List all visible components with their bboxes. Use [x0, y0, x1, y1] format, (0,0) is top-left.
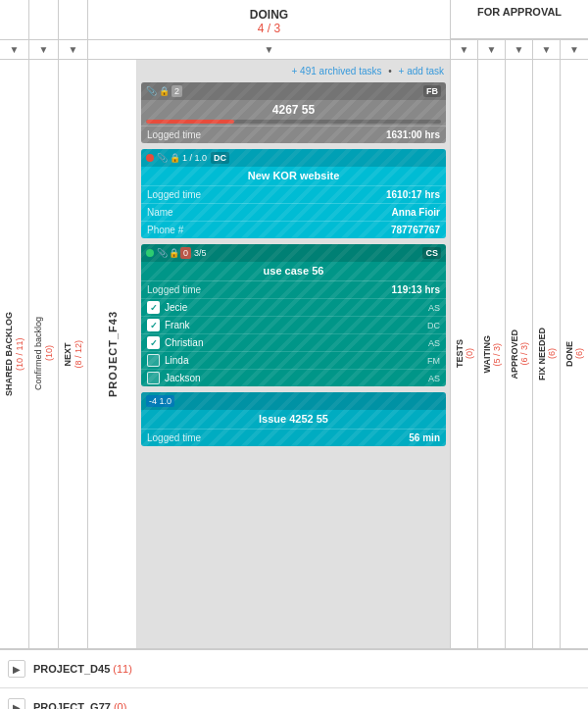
doing-main-area: PROJECT_F43 + 491 archived tasks • + add… [88, 60, 451, 648]
assignee-2-code: DC [427, 321, 440, 330]
assignee-4-name: Linda [165, 355, 427, 366]
approved-chevron[interactable]: ▼ [506, 40, 533, 59]
task4-title: Issue 4252 55 [259, 413, 328, 425]
task2-title-row: New KOR website [141, 167, 446, 185]
task2-title: New KOR website [248, 170, 340, 181]
project-name: PROJECT_F43 [107, 311, 119, 397]
bottom-project-row-2: ▶ PROJECT_G77 (0) [0, 688, 588, 709]
task3-id: 3/5 [194, 248, 422, 258]
task3-log-value: 119:13 hrs [392, 284, 440, 295]
approved-count: (6 / 3) [519, 329, 529, 380]
next-chevron[interactable]: ▼ [59, 40, 88, 59]
tests-chevron[interactable]: ▼ [451, 40, 478, 59]
done-label: DONE [564, 341, 574, 367]
archived-tasks-text[interactable]: + 491 archived tasks [292, 66, 382, 76]
project-d45-count: (11) [113, 663, 132, 675]
assignee-5-checkbox[interactable] [147, 372, 160, 384]
waiting-chevron[interactable]: ▼ [478, 40, 506, 59]
confirmed-backlog-col: Confirmed backlog (10) [29, 60, 59, 648]
task1-title-row: 4267 55 [141, 100, 446, 118]
confirmed-backlog-count: (10) [44, 317, 55, 390]
expand-project-d45[interactable]: ▶ [8, 660, 25, 678]
assignee-1-code: AS [428, 303, 440, 313]
fixneeded-col: FIX NEEDED (6) [533, 60, 561, 648]
task2-log-value: 1610:17 hrs [386, 189, 440, 200]
for-approval-title: FOR APPROVAL [453, 6, 586, 19]
project-name-col: PROJECT_F43 [88, 60, 137, 648]
task1-title: 4267 55 [272, 103, 315, 117]
project-g77-name: PROJECT_G77 [33, 701, 111, 709]
doing-title: DOING [92, 8, 446, 22]
assignee-1-name: Jecie [165, 302, 428, 313]
task3-title-row: use case 56 [141, 262, 446, 280]
task3-log-label: Logged time [147, 284, 201, 295]
task4-log-row: Logged time 56 min [141, 429, 446, 446]
next-count: (8 / 12) [74, 340, 84, 369]
doing-chevron[interactable]: ▼ [88, 40, 451, 59]
task2-header: 📎 🔒 1 / 1.0 DC [141, 149, 446, 167]
task4-title-row: Issue 4252 55 [141, 410, 446, 429]
fixneeded-count: (6) [547, 328, 557, 380]
assignee-5-name: Jackson [165, 373, 428, 383]
task4-id: -4 1.0 [146, 395, 174, 407]
header-row: DOING 4 / 3 FOR APPROVAL [0, 0, 588, 40]
task3-badge: 0 [180, 247, 191, 259]
task3-header: 📎 🔒 0 3/5 CS [141, 244, 446, 262]
task3-assignee: CS [422, 247, 441, 259]
shared-backlog-label: SHARED BACKLOG [4, 312, 14, 396]
doing-count: 4 / 3 [92, 22, 446, 35]
task4-log-label: Logged time [147, 432, 201, 443]
done-col: DONE (6) [561, 60, 588, 648]
assignee-row-2: Frank DC [141, 316, 446, 333]
task2-phone-value: 787767767 [391, 225, 440, 235]
shared-backlog-col: SHARED BACKLOG (10 / 11) [0, 60, 29, 648]
assignee-row-5: Jackson AS [141, 369, 446, 386]
kanban-board: DOING 4 / 3 FOR APPROVAL ▼ ▼ ▼ ▼ ▼ ▼ ▼ [0, 0, 588, 709]
task4-log-value: 56 min [409, 432, 440, 443]
assignee-row-4: Linda FM [141, 351, 446, 369]
task1-assignee: FB [423, 85, 441, 97]
expand-project-g77[interactable]: ▶ [8, 698, 25, 709]
task2-assignee: DC [211, 152, 229, 164]
task1-log-value: 1631:00 hrs [386, 129, 440, 140]
project-content: PROJECT_F43 + 491 archived tasks • + add… [88, 60, 450, 648]
task-card-2[interactable]: 📎 🔒 1 / 1.0 DC New KOR website Logged ti… [141, 149, 446, 238]
sub-header-row: ▼ ▼ ▼ ▼ ▼ ▼ ▼ ▼ ▼ [0, 40, 588, 60]
task-card-3[interactable]: 📎 🔒 0 3/5 CS use case 56 Logged time 119… [141, 244, 446, 386]
doing-header: DOING 4 / 3 [88, 0, 451, 39]
task3-title: use case 56 [264, 265, 324, 277]
assignee-4-code: FM [427, 356, 440, 366]
assignee-3-code: AS [428, 338, 440, 348]
task3-log-row: Logged time 119:13 hrs [141, 280, 446, 298]
task-card-1[interactable]: 📎 🔒 2 FB 4267 55 Log [141, 82, 446, 143]
assignee-3-name: Christian [165, 337, 428, 348]
confirmed-backlog-label: Confirmed backlog [33, 317, 43, 390]
task2-log-label: Logged time [147, 189, 201, 200]
task1-header: 📎 🔒 2 FB [141, 82, 446, 100]
task-card-4[interactable]: -4 1.0 Issue 4252 55 Logged time 56 min [141, 392, 446, 446]
task1-badge: 2 [172, 85, 182, 97]
add-task-btn[interactable]: + add task [399, 66, 444, 76]
done-chevron[interactable]: ▼ [561, 40, 588, 59]
next-label: NEXT [63, 342, 73, 366]
tests-count: (0) [465, 339, 474, 368]
archived-tasks-row: + 491 archived tasks • + add task [141, 64, 446, 78]
task4-header: -4 1.0 [141, 392, 446, 410]
cards-area: + 491 archived tasks • + add task 📎 🔒 2 … [137, 60, 450, 648]
waiting-label: WAITING [482, 335, 492, 374]
task2-name-row: Name Anna Fioir [141, 203, 446, 221]
done-count: (6) [574, 341, 584, 367]
assignee-2-checkbox[interactable] [147, 319, 160, 331]
assignee-3-checkbox[interactable] [147, 336, 160, 349]
assignee-row-1: Jecie AS [141, 298, 446, 316]
fixneeded-chevron[interactable]: ▼ [533, 40, 561, 59]
for-approval-header: FOR APPROVAL [451, 0, 588, 39]
project-g77-count: (0) [114, 701, 126, 709]
shared-backlog-chevron[interactable]: ▼ [0, 40, 29, 59]
assignee-4-checkbox[interactable] [147, 354, 160, 367]
task1-progress [146, 120, 441, 124]
assignee-1-checkbox[interactable] [147, 301, 160, 314]
confirmed-backlog-chevron[interactable]: ▼ [29, 40, 59, 59]
task2-phone-label: Phone # [147, 225, 183, 235]
bottom-project-row-1: ▶ PROJECT_D45 (11) [0, 650, 588, 688]
